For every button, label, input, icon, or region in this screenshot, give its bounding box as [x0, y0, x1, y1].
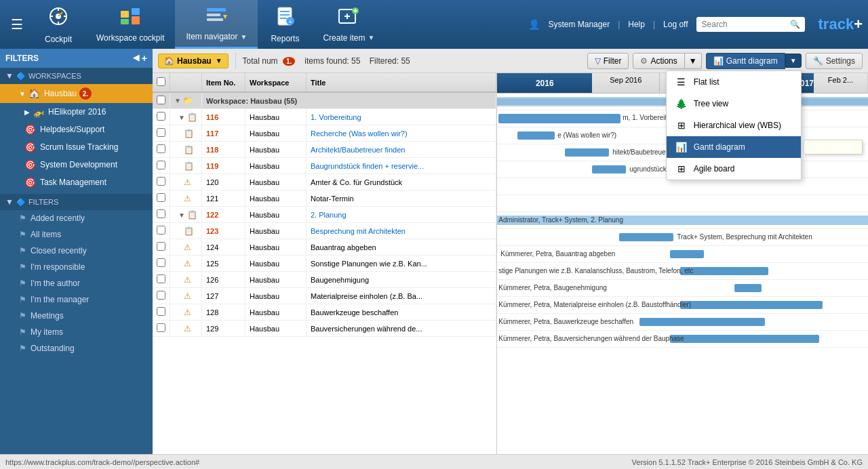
- user-name[interactable]: System Manager: [548, 20, 610, 29]
- filter-icon-my-items: ⚑: [19, 327, 26, 337]
- sidebar-item-scrum[interactable]: 🎯 Scrum Issue Tracking: [0, 138, 153, 156]
- status-bar: https://www.trackplus.com/track-demo//pe…: [0, 454, 868, 469]
- hamburger-menu[interactable]: ☰: [5, 11, 28, 38]
- select-all-checkbox[interactable]: [157, 77, 165, 86]
- row-select[interactable]: [157, 226, 165, 234]
- gantt-dropdown-arrow[interactable]: ▼: [785, 54, 802, 68]
- filter-outstanding[interactable]: ⚑ Outstanding: [0, 340, 153, 356]
- filter-my-items[interactable]: ⚑ My items: [0, 324, 153, 340]
- gantt-bar-127-label: Kümmerer, Petra, Materialpreise einholen…: [498, 301, 691, 308]
- actions-dropdown-button[interactable]: ▼: [685, 53, 702, 69]
- sidebar-item-helpdesk[interactable]: 🎯 Helpdesk/Support: [0, 121, 153, 138]
- filter-nav-left[interactable]: ◀: [133, 53, 139, 64]
- title-link-123[interactable]: Besprechung mit Architekten: [311, 227, 406, 235]
- row-select[interactable]: [157, 258, 165, 267]
- expand-button-116[interactable]: ▼: [178, 114, 185, 121]
- workspace-116: Hausbau: [245, 109, 306, 125]
- workspace-126: Hausbau: [245, 272, 306, 288]
- title-link-118[interactable]: Architekt/Baubetreuer finden: [311, 146, 405, 154]
- item-navigator-arrow: ▼: [241, 33, 248, 41]
- dropdown-agile-board[interactable]: ⊞ Agile board: [667, 158, 801, 180]
- sidebar-item-task-mgmt[interactable]: 🎯 Task Management: [0, 174, 153, 191]
- nav-workspace-cockpit[interactable]: Workspace cockpit: [85, 1, 175, 48]
- row-select[interactable]: [157, 177, 165, 186]
- title-link-116[interactable]: 1. Vorbereitung: [311, 113, 361, 121]
- row-checkbox: [153, 321, 170, 337]
- wbs-label: Hierarchical view (WBS): [694, 121, 781, 130]
- filter-im-manager[interactable]: ⚑ I'm the manager: [0, 291, 153, 308]
- filter-closed-recently-label: Closed recently: [31, 246, 87, 256]
- search-box[interactable]: 🔍: [696, 17, 805, 32]
- table-row: ⚠ 125 Hausbau Sonstige Planungen wie z.B…: [153, 256, 496, 272]
- row-select[interactable]: [157, 96, 165, 104]
- item-link-123[interactable]: 123: [206, 227, 218, 235]
- task-mgmt-icon: 🎯: [24, 177, 36, 188]
- settings-button[interactable]: 🔧 Settings: [806, 53, 863, 69]
- workspaces-section-header[interactable]: ▼ 🔷 WORKSPACES: [0, 68, 153, 84]
- nav-item-navigator[interactable]: Item navigator ▼: [175, 0, 258, 49]
- cockpit-icon: [47, 5, 69, 32]
- filter-icon-outstanding: ⚑: [19, 344, 26, 353]
- sidebar-item-hausbau[interactable]: ▼ 🏠 Hausbau 2.: [0, 84, 153, 103]
- item-link-119[interactable]: 119: [206, 162, 218, 170]
- item-link-118[interactable]: 118: [206, 146, 218, 154]
- row-select[interactable]: [157, 307, 165, 316]
- row-expand: ⚠: [170, 256, 202, 272]
- title-122: 2. Planung: [306, 207, 496, 223]
- system-dev-icon: 🎯: [24, 159, 36, 170]
- gantt-selector-button[interactable]: 📊 Gantt diagram: [706, 53, 785, 69]
- dropdown-tree-view[interactable]: 🌲 Tree view: [667, 93, 801, 115]
- th-expand: [170, 73, 202, 92]
- workspace-selector[interactable]: 🏠 Hausbau ▼: [158, 54, 229, 68]
- expand-button[interactable]: ▼: [174, 97, 181, 104]
- row-select[interactable]: [157, 323, 165, 332]
- title-link-122[interactable]: 2. Planung: [311, 211, 347, 219]
- expand-button-122[interactable]: ▼: [178, 211, 185, 219]
- logout-link[interactable]: Log off: [663, 20, 688, 29]
- title-link-119[interactable]: Baugrundstück finden + reservie...: [311, 162, 424, 170]
- help-link[interactable]: Help: [628, 20, 645, 29]
- title-118: Architekt/Baubetreuer finden: [306, 142, 496, 158]
- row-select[interactable]: [157, 128, 165, 137]
- gantt-bar-122-label: Administrator, Track+ System, 2. Planung: [498, 216, 623, 224]
- nav-cockpit[interactable]: Cockpit: [31, 0, 85, 49]
- sidebar-item-helikopter[interactable]: ▶ 🚁 HElikopter 2016: [0, 103, 153, 121]
- item-link-122[interactable]: 122: [206, 211, 218, 219]
- row-select[interactable]: [157, 291, 165, 300]
- filter-im-responsible[interactable]: ⚑ I'm responsible: [0, 259, 153, 275]
- row-select[interactable]: [157, 242, 165, 251]
- table-row: ⚠ 128 Hausbau Bauwerkzeuge beschaffen: [153, 304, 496, 321]
- dropdown-gantt-diagram[interactable]: 📊 Gantt diagram Gantt diagram: [667, 136, 801, 158]
- nav-reports[interactable]: + Reports: [258, 1, 312, 49]
- nav-create-item[interactable]: Create item ▼: [312, 1, 385, 48]
- dropdown-flat-list[interactable]: ☰ Flat list: [667, 71, 801, 93]
- search-input[interactable]: [702, 20, 790, 29]
- filters-section-header[interactable]: ▼ 🔷 FILTERS: [0, 194, 153, 210]
- title-link-117[interactable]: Recherche (Was wollen wir?): [311, 129, 408, 138]
- filter-meetings[interactable]: ⚑ Meetings: [0, 308, 153, 324]
- actions-button[interactable]: ⚙ Actions: [633, 53, 684, 69]
- filter-added-recently[interactable]: ⚑ Added recently: [0, 210, 153, 226]
- row-select[interactable]: [157, 193, 165, 202]
- filter-all-items[interactable]: ⚑ All items: [0, 226, 153, 243]
- row-checkbox: [153, 223, 170, 239]
- row-expand: ⚠: [170, 304, 202, 321]
- gantt-row-121: [497, 195, 868, 212]
- filter-add[interactable]: +: [142, 53, 147, 64]
- filter-button[interactable]: ▽ Filter: [587, 53, 629, 69]
- filter-im-author[interactable]: ⚑ I'm the author: [0, 275, 153, 291]
- gantt-row-123: Track+ System, Besprechung mit Architekt…: [497, 229, 868, 246]
- row-expand: 📋: [170, 142, 202, 158]
- row-select[interactable]: [157, 274, 165, 283]
- row-select[interactable]: [157, 112, 165, 121]
- gear-icon: ⚙: [640, 56, 648, 66]
- row-select[interactable]: [157, 161, 165, 169]
- filter-closed-recently[interactable]: ⚑ Closed recently: [0, 243, 153, 259]
- item-link-116[interactable]: 116: [206, 113, 218, 121]
- sidebar-item-system-dev[interactable]: 🎯 System Development: [0, 156, 153, 174]
- row-select[interactable]: [157, 144, 165, 153]
- row-select[interactable]: [157, 209, 165, 218]
- item-link-117[interactable]: 117: [206, 129, 218, 138]
- title-123: Besprechung mit Architekten: [306, 223, 496, 239]
- dropdown-hierarchical-wbs[interactable]: ⊞ Hierarchical view (WBS): [667, 115, 801, 136]
